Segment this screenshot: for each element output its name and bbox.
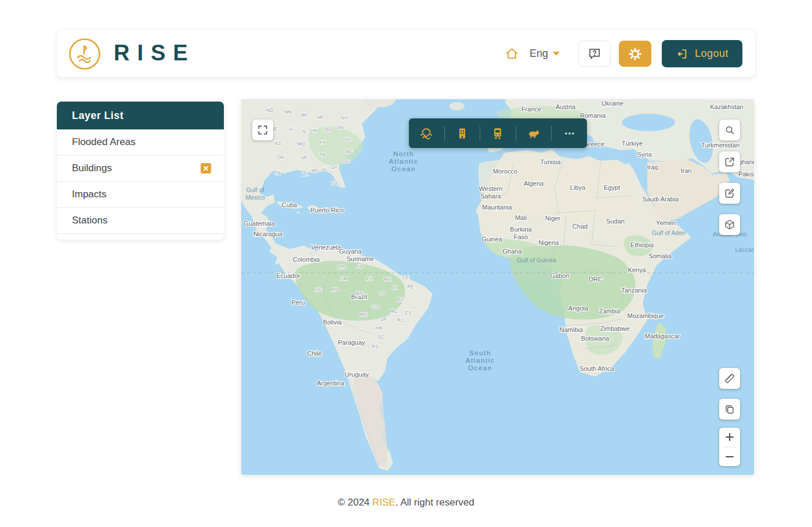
copyright-suffix: . All right reserved (396, 497, 474, 508)
more-options-icon (563, 127, 577, 140)
map-label: Pakistan (738, 171, 754, 178)
map-label: Laccadive Sea (735, 246, 754, 253)
language-label: Eng (530, 48, 548, 60)
map-container[interactable]: NDMNWIMINYPANEIAILINOHVAKSMOKYNCOKARTNSC… (241, 99, 754, 475)
map-label: ES (405, 310, 412, 316)
map-label: Zimbabwe (600, 325, 630, 332)
support-chat-button[interactable] (578, 41, 611, 67)
map-label: IL (302, 128, 306, 134)
transit-layer-button[interactable] (480, 118, 516, 148)
map-label: Guyana (339, 248, 362, 255)
zoom-in-button[interactable] (719, 428, 740, 447)
map-label: PI (392, 285, 397, 291)
map-label: Gulf of Guinea (517, 257, 556, 264)
settings-button[interactable] (619, 41, 651, 67)
map-3d-button[interactable] (719, 214, 740, 235)
map-label: AR (300, 155, 307, 161)
map-label: Niger (545, 215, 561, 222)
plus-icon (725, 432, 734, 442)
map-label: Botswana (581, 335, 610, 342)
map-label: Cuba (282, 201, 298, 208)
map-label: Türkiye (622, 140, 643, 147)
map-label: Tanzania (621, 287, 647, 294)
map-label: Bolivia (323, 319, 342, 326)
layer-item-stations[interactable]: Stations (57, 208, 224, 234)
copy-icon (724, 403, 735, 415)
map-label: TO (379, 290, 386, 296)
minus-icon (725, 452, 734, 461)
edit-icon (724, 187, 735, 199)
map-label: KS (275, 140, 282, 146)
map-label: Algeria (524, 180, 544, 187)
map-label: MG (390, 308, 398, 314)
map-label: NorthAtlanticOcean (389, 150, 419, 172)
map-label: MI (317, 114, 322, 120)
logout-button[interactable]: Logout (662, 40, 742, 67)
map-label: MT (356, 291, 362, 297)
map-copy-button[interactable] (719, 399, 740, 420)
map-measure-button[interactable] (719, 368, 740, 389)
buildings-layer-button[interactable] (445, 118, 480, 148)
building-icon (455, 127, 469, 140)
map-label: IN (313, 128, 318, 133)
map-edit-button[interactable] (719, 183, 740, 204)
map-label: Nicaragua (253, 230, 283, 237)
zoom-control (719, 428, 740, 466)
fullscreen-button[interactable] (252, 120, 273, 140)
map-label: OK (277, 154, 285, 160)
map-label: AL (321, 167, 328, 172)
layer-item-label: Buildings (72, 163, 112, 174)
map-label: PA (338, 125, 345, 131)
layer-item-label: Impacts (72, 189, 107, 200)
map-label: Guatemala (244, 220, 276, 227)
map-label: Sudan (606, 218, 625, 225)
map-label: SouthAtlanticOcean (466, 349, 495, 371)
map-label: Gabon (550, 272, 569, 279)
map-label: MS (311, 168, 319, 174)
transit-icon (491, 127, 505, 140)
map-label: Mozambique (628, 312, 664, 319)
layer-item-impacts[interactable]: Impacts (57, 182, 224, 208)
map-label: Mauritania (482, 204, 512, 211)
map-label: France (521, 106, 541, 113)
rise-logo-icon (68, 38, 101, 70)
map-search-button[interactable] (719, 120, 740, 140)
map-label: Iran (681, 167, 692, 174)
map-label: Chad (572, 223, 588, 230)
layer-item-flooded-areas[interactable]: Flooded Areas (57, 129, 224, 156)
map-label: Colombia (293, 256, 320, 263)
map-label: Syria (637, 151, 652, 158)
measure-icon (723, 372, 736, 385)
map-label: Ghana (502, 248, 522, 255)
map-label: Austria (556, 103, 576, 110)
flood-layer-button[interactable] (409, 118, 444, 148)
map-label: AP (357, 264, 364, 269)
map-label: Ukraine (601, 100, 624, 107)
map-label: FL (331, 181, 337, 186)
map-label: Libya (570, 184, 586, 191)
language-selector[interactable]: Eng (530, 48, 560, 60)
map-label: VA (345, 136, 351, 142)
page: RISE Eng (0, 0, 812, 527)
logout-icon (676, 48, 688, 60)
map-label: ND (266, 107, 273, 113)
more-layers-button[interactable] (552, 118, 587, 148)
map-label: GA (331, 164, 338, 170)
map-label: MA (384, 276, 392, 282)
map-label: BA (397, 297, 404, 302)
map-label: Chile (307, 350, 321, 357)
map-label: Saudi Arabia (643, 196, 679, 203)
map-label: Kazakhstan (710, 103, 743, 110)
support-chat-icon (587, 46, 602, 62)
rise-wordmark: RISE (113, 41, 217, 67)
zoom-out-button[interactable] (719, 447, 740, 467)
svg-text:RISE: RISE (114, 41, 195, 65)
map-label: Venezuela (311, 244, 341, 251)
remove-layer-button[interactable] (201, 163, 211, 174)
map-label: SP (380, 316, 387, 322)
home-button[interactable] (502, 44, 521, 63)
map-export-button[interactable] (719, 151, 740, 172)
livestock-layer-button[interactable] (516, 118, 552, 148)
fullscreen-icon (257, 124, 269, 136)
layer-item-buildings[interactable]: Buildings (57, 156, 224, 182)
